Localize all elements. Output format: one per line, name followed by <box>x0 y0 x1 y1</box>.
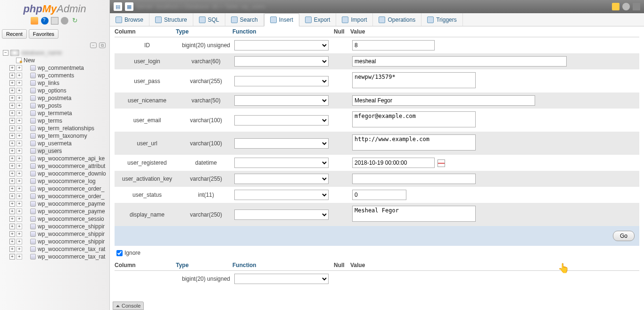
reload-icon[interactable]: ↻ <box>71 17 79 25</box>
server-icon[interactable]: ▤ <box>114 2 122 11</box>
expand-toggle[interactable] <box>9 156 15 161</box>
expand-toggle[interactable] <box>9 148 15 154</box>
table-node[interactable]: wp_term_taxonomy <box>30 133 87 139</box>
expand-columns-toggle[interactable] <box>17 254 22 260</box>
tab-import[interactable]: Import <box>336 13 373 26</box>
expand-columns-toggle[interactable] <box>17 103 22 109</box>
table-node[interactable]: wp_comments <box>30 72 74 79</box>
value-textarea[interactable]: newpw/13579* <box>352 72 476 88</box>
expand-toggle[interactable] <box>9 171 15 176</box>
expand-columns-toggle[interactable] <box>17 141 22 146</box>
function-select[interactable] <box>234 274 329 284</box>
breadcrumb-path[interactable]: Server: localhost » Database: db » Table… <box>136 3 609 10</box>
expand-columns-toggle[interactable] <box>17 163 22 169</box>
expand-columns-toggle[interactable] <box>17 246 22 252</box>
expand-toggle[interactable] <box>9 95 15 101</box>
expand-toggle[interactable] <box>9 201 15 207</box>
header-type[interactable]: Type <box>176 28 232 35</box>
table-node[interactable]: wp_woocommerce_payme <box>30 201 105 207</box>
table-node[interactable]: wp_woocommerce_api_ke <box>30 155 105 162</box>
table-node[interactable]: wp_woocommerce_tax_rat <box>30 246 105 252</box>
table-node[interactable]: wp_woocommerce_order_ <box>30 193 104 200</box>
expand-columns-toggle[interactable] <box>17 178 22 184</box>
expand-toggle[interactable] <box>9 224 15 229</box>
table-node[interactable]: wp_woocommerce_shippir <box>30 223 105 230</box>
table-node[interactable]: wp_woocommerce_log <box>30 178 96 184</box>
value-textarea[interactable]: http://www.example.com <box>352 134 476 151</box>
expand-toggle[interactable] <box>9 118 15 124</box>
page-settings-icon[interactable] <box>622 3 630 10</box>
function-select[interactable] <box>234 138 329 149</box>
ignore-label[interactable]: Ignore <box>116 250 140 256</box>
function-select[interactable] <box>234 158 329 168</box>
table-node[interactable]: wp_links <box>30 80 59 86</box>
expand-toggle[interactable] <box>9 186 15 192</box>
tab-search[interactable]: Search <box>225 13 264 26</box>
docs-icon[interactable] <box>41 17 49 25</box>
function-select[interactable] <box>234 190 329 200</box>
collapse-top-icon[interactable] <box>633 3 640 10</box>
expand-columns-toggle[interactable] <box>17 156 22 161</box>
table-node[interactable]: wp_termmeta <box>30 110 72 117</box>
expand-toggle[interactable] <box>9 141 15 146</box>
expand-columns-toggle[interactable] <box>17 231 22 237</box>
expand-toggle[interactable] <box>9 103 15 109</box>
expand-toggle[interactable] <box>9 216 15 222</box>
table-node[interactable]: wp_woocommerce_order_ <box>30 185 104 192</box>
expand-columns-toggle[interactable] <box>17 110 22 116</box>
link-icon[interactable]: ⧉ <box>99 42 106 48</box>
expand-toggle[interactable] <box>9 110 15 116</box>
expand-toggle[interactable] <box>9 246 15 252</box>
table-node[interactable]: wp_woocommerce_downlo <box>30 170 106 177</box>
database-node[interactable]: database_name <box>10 50 62 56</box>
function-select[interactable] <box>234 209 329 220</box>
function-select[interactable] <box>234 174 329 184</box>
table-node[interactable]: wp_postmeta <box>30 95 71 101</box>
expand-toggle[interactable] <box>9 80 15 86</box>
function-select[interactable] <box>234 40 329 50</box>
tab-browse[interactable]: Browse <box>110 13 149 26</box>
table-node[interactable]: wp_commentmeta <box>30 65 84 71</box>
expand-toggle[interactable] <box>9 231 15 237</box>
expand-toggle[interactable] <box>9 163 15 169</box>
expand-columns-toggle[interactable] <box>17 80 22 86</box>
query-window-icon[interactable] <box>51 17 58 25</box>
function-select[interactable] <box>234 56 329 67</box>
expand-toggle[interactable] <box>9 88 15 93</box>
home-icon[interactable] <box>31 17 38 25</box>
lock-icon[interactable] <box>612 3 619 10</box>
go-button[interactable]: Go <box>613 231 635 241</box>
expand-columns-toggle[interactable] <box>17 171 22 176</box>
tab-operations[interactable]: Operations <box>373 13 421 26</box>
favorites-button[interactable]: Favorites <box>29 29 58 39</box>
value-input[interactable] <box>352 174 476 184</box>
nav-settings-icon[interactable] <box>61 17 68 25</box>
expand-columns-toggle[interactable] <box>17 186 22 192</box>
value-input[interactable] <box>352 56 567 67</box>
expand-columns-toggle[interactable] <box>17 148 22 154</box>
table-node[interactable]: wp_woocommerce_shippir <box>30 231 105 237</box>
function-select[interactable] <box>234 76 329 86</box>
expand-toggle[interactable] <box>9 193 15 199</box>
function-select[interactable] <box>234 115 329 126</box>
table-node[interactable]: wp_woocommerce_attribut <box>30 163 105 169</box>
calendar-icon[interactable] <box>438 159 445 167</box>
recent-button[interactable]: Recent <box>2 29 27 39</box>
expand-columns-toggle[interactable] <box>17 209 22 214</box>
table-node[interactable]: wp_woocommerce_payme <box>30 208 105 215</box>
ignore-checkbox[interactable] <box>116 250 123 256</box>
expand-toggle[interactable] <box>9 178 15 184</box>
value-input[interactable] <box>352 40 435 50</box>
function-select[interactable] <box>234 95 329 106</box>
value-textarea[interactable]: mfegor@example.com <box>352 111 476 127</box>
expand-columns-toggle[interactable] <box>17 216 22 222</box>
tab-triggers[interactable]: Triggers <box>421 13 463 26</box>
table-node[interactable]: wp_woocommerce_tax_rat <box>30 253 105 260</box>
expand-columns-toggle[interactable] <box>17 133 22 139</box>
console-toggle[interactable]: Console <box>113 302 144 310</box>
expand-columns-toggle[interactable] <box>17 224 22 229</box>
expand-toggle[interactable] <box>9 239 15 244</box>
expand-columns-toggle[interactable] <box>17 88 22 93</box>
new-table-link[interactable]: New <box>16 57 35 64</box>
tab-sql[interactable]: SQL <box>193 13 225 26</box>
